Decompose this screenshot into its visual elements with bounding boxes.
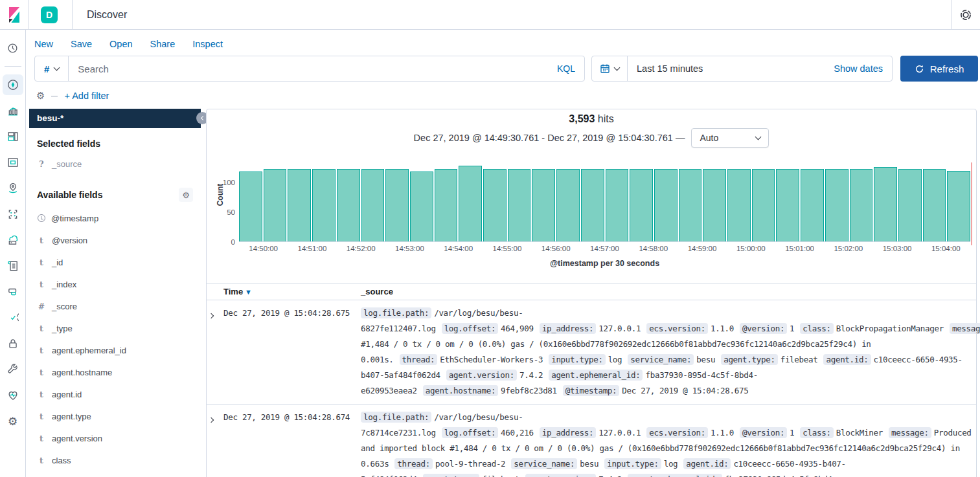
histogram-bar[interactable]	[288, 169, 311, 241]
histogram-bar[interactable]	[239, 172, 262, 241]
share-link[interactable]: Share	[150, 39, 176, 49]
x-tick-label: 15:00:00	[727, 245, 775, 252]
histogram-bar[interactable]	[947, 171, 970, 241]
save-link[interactable]: Save	[71, 39, 92, 49]
field-name: @version	[52, 236, 87, 245]
filter-settings-gear-icon[interactable]: ⚙	[36, 90, 45, 102]
field-item-container[interactable]: tcontainer	[29, 471, 201, 477]
add-filter-button[interactable]: + Add filter	[64, 91, 109, 101]
field-item-version[interactable]: t@version	[29, 229, 201, 251]
sidebar-item-logs[interactable]	[3, 256, 23, 276]
histogram-bar[interactable]	[703, 169, 726, 241]
sidebar-item-apm[interactable]	[3, 282, 23, 302]
sidebar-item-maps[interactable]	[3, 178, 23, 199]
globe-icon[interactable]	[952, 9, 980, 21]
time-range-value[interactable]: Last 15 minutes	[628, 63, 703, 74]
field-item-index[interactable]: t_index	[29, 273, 201, 295]
kibana-logo[interactable]	[0, 7, 28, 23]
sort-descending-icon[interactable]: ▼	[245, 288, 252, 296]
histogram-bar[interactable]	[630, 169, 653, 241]
field-type-icon: t	[37, 324, 46, 333]
field-item-class[interactable]: tclass	[29, 449, 201, 471]
sidebar-item-canvas[interactable]	[3, 152, 23, 173]
field-key-badge: agent.type:	[423, 474, 479, 477]
sidebar-item-metrics[interactable]	[3, 230, 23, 250]
x-tick-label: 14:57:00	[580, 245, 629, 252]
index-pattern-header[interactable]: besu-*	[29, 109, 201, 128]
sidebar-item-dev-tools[interactable]	[3, 359, 23, 380]
histogram-bar[interactable]	[312, 169, 336, 241]
histogram-bar[interactable]	[532, 169, 555, 241]
histogram-bar[interactable]	[361, 169, 385, 241]
histogram-bar[interactable]	[850, 169, 873, 241]
time-column-header[interactable]: Time▼	[223, 287, 361, 296]
open-link[interactable]: Open	[109, 39, 132, 49]
interval-select[interactable]: Auto	[691, 128, 769, 148]
recently-viewed-icon[interactable]	[3, 38, 23, 58]
available-fields-list: @timestampt@versiont_idt_index#_scoret_t…	[29, 207, 201, 477]
histogram-bar[interactable]	[508, 169, 531, 241]
histogram-bar[interactable]	[264, 169, 287, 241]
field-key-badge: log.offset:	[442, 323, 498, 334]
field-item-agenthostname[interactable]: tagent.hostname	[29, 361, 201, 383]
field-key-badge: input.type:	[604, 458, 661, 469]
field-item-agentid[interactable]: tagent.id	[29, 383, 201, 405]
histogram-bar[interactable]	[752, 169, 775, 241]
field-key-badge: message:	[889, 427, 931, 438]
histogram-bar[interactable]	[581, 169, 604, 241]
histogram-bar[interactable]	[606, 169, 629, 241]
documents-table: Time▼ _source Dec 27, 2019 @ 15:04:28.67…	[207, 283, 976, 477]
app-navigation-rail: ⚙	[0, 30, 26, 477]
field-key-badge: @version:	[740, 427, 787, 438]
histogram-bar[interactable]	[459, 166, 482, 241]
calendar-menu-button[interactable]	[592, 56, 628, 81]
sidebar-item-discover[interactable]	[3, 74, 23, 95]
histogram-bar[interactable]	[898, 169, 922, 241]
histogram-bar[interactable]	[727, 169, 751, 241]
histogram-bar[interactable]	[874, 167, 897, 241]
histogram-bar[interactable]	[385, 169, 409, 241]
histogram-bar[interactable]	[435, 169, 458, 241]
field-item-agentversion[interactable]: tagent.version	[29, 427, 201, 449]
histogram-bar[interactable]	[654, 169, 678, 241]
histogram-bar[interactable]	[923, 169, 946, 241]
saved-query-menu-button[interactable]: #	[35, 56, 69, 81]
histogram-bar[interactable]	[337, 169, 360, 241]
sidebar-item-machine-learning[interactable]	[3, 204, 23, 225]
sidebar-item-uptime[interactable]	[3, 307, 23, 328]
histogram-bar[interactable]	[483, 169, 507, 241]
field-item-timestamp[interactable]: @timestamp	[29, 207, 201, 229]
show-dates-link[interactable]: Show dates	[834, 63, 892, 74]
sidebar-item-siem[interactable]	[3, 333, 23, 354]
field-item-score[interactable]: #_score	[29, 295, 201, 317]
histogram-bar[interactable]	[410, 172, 433, 241]
field-item-source[interactable]: ?_source	[29, 153, 201, 175]
inspect-link[interactable]: Inspect	[192, 39, 223, 49]
field-key-badge: ecs.version:	[646, 323, 708, 334]
field-item-agentephemeralid[interactable]: tagent.ephemeral_id	[29, 339, 201, 361]
field-item-type[interactable]: t_type	[29, 317, 201, 339]
refresh-button[interactable]: Refresh	[900, 56, 978, 82]
histogram-bar[interactable]	[556, 169, 580, 241]
hits-label: hits	[598, 113, 614, 124]
field-item-agenttype[interactable]: tagent.type	[29, 405, 201, 427]
expand-row-icon[interactable]	[209, 313, 214, 318]
x-tick-label: 14:51:00	[288, 245, 336, 252]
field-settings-gear-icon[interactable]: ⚙	[179, 188, 193, 202]
search-input[interactable]	[69, 63, 557, 74]
sidebar-item-dashboard[interactable]	[3, 126, 23, 147]
field-type-icon: t	[37, 280, 46, 289]
new-link[interactable]: New	[34, 39, 53, 49]
histogram-bar[interactable]	[801, 169, 824, 241]
expand-row-icon[interactable]	[209, 417, 214, 423]
histogram-bar[interactable]	[776, 169, 799, 241]
x-tick-label: 14:52:00	[337, 245, 385, 252]
source-column-header: _source	[361, 287, 976, 296]
field-item-id[interactable]: t_id	[29, 251, 201, 273]
sidebar-item-management[interactable]: ⚙	[3, 411, 23, 432]
histogram-bar[interactable]	[679, 169, 702, 241]
query-language-button[interactable]: KQL	[557, 63, 584, 74]
sidebar-item-stack-monitoring[interactable]	[3, 385, 23, 406]
histogram-bar[interactable]	[825, 169, 849, 241]
sidebar-item-visualize[interactable]	[3, 100, 23, 121]
